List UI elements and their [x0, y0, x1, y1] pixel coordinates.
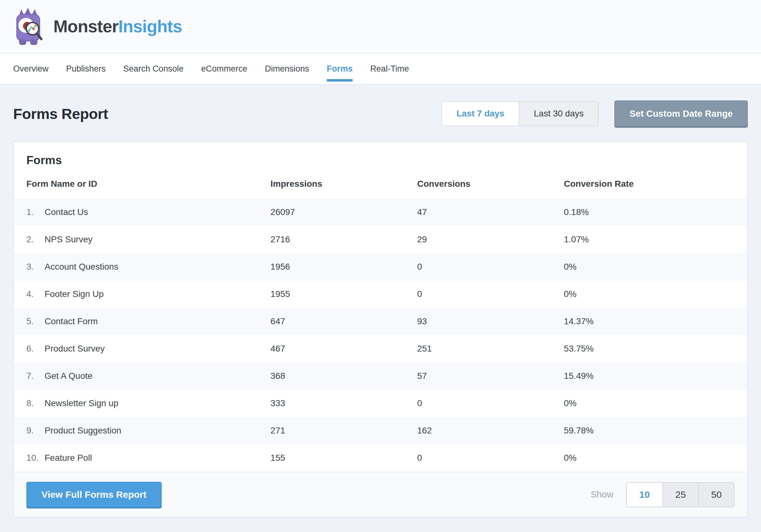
- table-row: 6.Product Survey 467 251 53.75%: [14, 335, 747, 363]
- conversions-value: 251: [417, 335, 564, 363]
- form-name: Newsletter Sign up: [45, 398, 118, 408]
- forms-report-card: Forms Form Name or ID Impressions Conver…: [13, 141, 748, 517]
- app-header: MonsterInsights: [0, 0, 761, 53]
- column-header-impressions: Impressions: [270, 171, 417, 199]
- conversions-value: 0: [417, 444, 564, 472]
- row-rank: 1.: [27, 207, 45, 217]
- nav-tab-overview[interactable]: Overview: [13, 53, 49, 84]
- nav-tab-dimensions[interactable]: Dimensions: [265, 53, 309, 84]
- table-row: 5.Contact Form 647 93 14.37%: [14, 308, 747, 335]
- show-label: Show: [591, 489, 614, 500]
- conversion-rate-value: 59.78%: [564, 417, 747, 444]
- conversions-value: 57: [417, 363, 564, 390]
- table-body: 1.Contact Us 26097 47 0.18% 2.NPS Survey…: [14, 199, 747, 472]
- set-custom-date-range-button[interactable]: Set Custom Date Range: [615, 100, 748, 127]
- impressions-value: 1955: [270, 281, 417, 308]
- conversions-value: 93: [417, 308, 564, 335]
- form-name-cell: 1.Contact Us: [14, 199, 270, 226]
- last-7-days-button[interactable]: Last 7 days: [442, 102, 520, 126]
- brand-name-insights: Insights: [118, 17, 182, 36]
- row-rank: 2.: [27, 234, 45, 245]
- table-row: 4.Footer Sign Up 1955 0 0%: [14, 281, 747, 308]
- row-rank: 5.: [27, 316, 45, 326]
- nav-tab-ecommerce[interactable]: eCommerce: [201, 53, 247, 84]
- impressions-value: 26097: [270, 199, 417, 226]
- impressions-value: 647: [270, 308, 417, 335]
- conversion-rate-value: 1.07%: [564, 226, 747, 253]
- form-name: Account Questions: [45, 262, 118, 271]
- table-row: 7.Get A Quote 368 57 15.49%: [14, 363, 747, 390]
- nav-tab-real-time[interactable]: Real-Time: [370, 53, 409, 84]
- conversion-rate-value: 0.18%: [564, 199, 747, 226]
- row-rank: 7.: [27, 371, 45, 381]
- page-title: Forms Report: [13, 105, 108, 122]
- page-size-label: 50: [711, 489, 722, 500]
- row-rank: 3.: [27, 262, 45, 272]
- table-row: 9.Product Suggestion 271 162 59.78%: [14, 417, 747, 444]
- conversion-rate-value: 0%: [564, 253, 747, 281]
- table-row: 8.Newsletter Sign up 333 0 0%: [14, 390, 747, 417]
- show-controls: Show 10 25 50: [591, 482, 734, 507]
- nav-tab-label: eCommerce: [201, 64, 247, 74]
- impressions-value: 1956: [270, 253, 417, 281]
- main-nav: Overview Publishers Search Console eComm…: [0, 53, 761, 85]
- page-size-50-button[interactable]: 50: [698, 483, 734, 506]
- nav-tab-search-console[interactable]: Search Console: [123, 53, 184, 84]
- page-size-10-button[interactable]: 10: [627, 483, 663, 506]
- conversion-rate-value: 0%: [564, 281, 747, 308]
- column-header-conversions: Conversions: [417, 171, 564, 199]
- impressions-value: 467: [270, 335, 417, 363]
- form-name-cell: 5.Contact Form: [14, 308, 270, 335]
- nav-tab-publishers[interactable]: Publishers: [66, 53, 106, 84]
- form-name: Get A Quote: [45, 371, 92, 381]
- form-name-cell: 7.Get A Quote: [14, 363, 270, 390]
- form-name: Contact Us: [45, 207, 88, 217]
- table-row: 1.Contact Us 26097 47 0.18%: [14, 199, 747, 226]
- form-name-cell: 4.Footer Sign Up: [14, 281, 270, 308]
- conversions-value: 0: [417, 281, 564, 308]
- nav-tab-label: Real-Time: [370, 64, 409, 74]
- brand: MonsterInsights: [13, 6, 182, 46]
- main-content: Forms Report Last 7 days Last 30 days Se…: [0, 85, 761, 517]
- conversion-rate-value: 14.37%: [564, 308, 747, 335]
- form-name-cell: 9.Product Suggestion: [14, 417, 270, 444]
- impressions-value: 271: [270, 417, 417, 444]
- form-name: Footer Sign Up: [45, 289, 104, 299]
- page-size-label: 10: [639, 489, 650, 500]
- form-name: Product Survey: [45, 344, 104, 353]
- nav-tab-forms[interactable]: Forms: [327, 53, 353, 84]
- conversions-value: 47: [417, 199, 564, 226]
- conversions-value: 162: [417, 417, 564, 444]
- table-row: 2.NPS Survey 2716 29 1.07%: [14, 226, 747, 253]
- date-range-toggle: Last 7 days Last 30 days: [441, 101, 599, 126]
- last-30-days-button[interactable]: Last 30 days: [519, 102, 598, 126]
- row-rank: 6.: [27, 344, 45, 354]
- card-footer: View Full Forms Report Show 10 25 50: [14, 472, 747, 517]
- form-name: Contact Form: [45, 316, 98, 326]
- conversion-rate-value: 0%: [564, 444, 747, 472]
- view-full-forms-report-button[interactable]: View Full Forms Report: [27, 482, 162, 507]
- page-size-25-button[interactable]: 25: [663, 483, 698, 506]
- brand-name-monster: Monster: [53, 17, 118, 36]
- conversions-value: 0: [417, 253, 564, 281]
- nav-tab-label: Dimensions: [265, 64, 309, 74]
- nav-tab-label: Search Console: [123, 64, 184, 74]
- impressions-value: 368: [270, 363, 417, 390]
- column-header-conversion-rate: Conversion Rate: [564, 171, 747, 199]
- impressions-value: 2716: [270, 226, 417, 253]
- conversions-value: 29: [417, 226, 564, 253]
- form-name-cell: 2.NPS Survey: [14, 226, 270, 253]
- form-name: NPS Survey: [45, 234, 92, 244]
- page-size-label: 25: [675, 489, 686, 500]
- form-name: Product Suggestion: [45, 426, 121, 435]
- conversions-value: 0: [417, 390, 564, 417]
- nav-tab-label: Publishers: [66, 64, 106, 74]
- form-name-cell: 3.Account Questions: [14, 253, 270, 281]
- table-row: 10.Feature Poll 155 0 0%: [14, 444, 747, 472]
- forms-table: Form Name or ID Impressions Conversions …: [14, 171, 747, 472]
- brand-name: MonsterInsights: [53, 16, 182, 36]
- row-rank: 8.: [27, 398, 45, 408]
- table-header: Form Name or ID Impressions Conversions …: [14, 171, 747, 199]
- nav-tab-label: Overview: [13, 64, 49, 74]
- row-rank: 10.: [27, 453, 45, 463]
